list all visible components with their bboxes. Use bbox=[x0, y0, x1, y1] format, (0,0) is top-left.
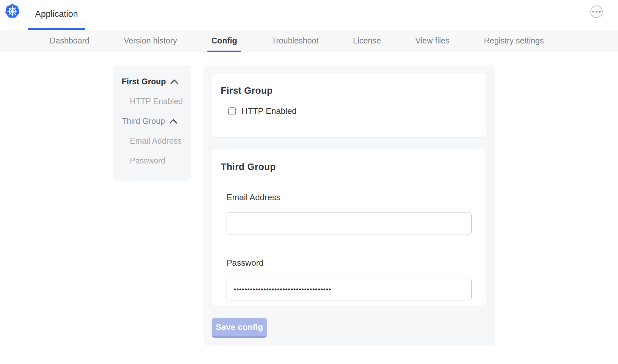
ellipsis-icon bbox=[596, 11, 598, 13]
sidebar-item-label: First Group bbox=[122, 77, 166, 86]
ellipsis-icon bbox=[592, 11, 594, 13]
sidebar-item-email-address[interactable]: Email Address bbox=[113, 131, 191, 151]
chevron-up-icon bbox=[169, 119, 177, 124]
config-group-card-third: Third Group Email Address Password bbox=[212, 149, 486, 306]
email-address-input[interactable] bbox=[227, 212, 472, 235]
config-groups-sidebar: First Group HTTP Enabled Third Group Ema… bbox=[113, 65, 191, 181]
field-label-password: Password bbox=[227, 258, 486, 268]
http-enabled-checkbox[interactable] bbox=[228, 107, 236, 115]
save-config-button[interactable]: Save config bbox=[212, 318, 267, 336]
sidebar-item-http-enabled[interactable]: HTTP Enabled bbox=[113, 91, 191, 111]
tab-troubleshoot[interactable]: Troubleshoot bbox=[267, 30, 322, 52]
config-group-card-first: First Group HTTP Enabled bbox=[212, 73, 486, 137]
overflow-menu-button[interactable] bbox=[590, 6, 603, 18]
secondary-nav: Dashboard Version history Config Trouble… bbox=[0, 30, 618, 52]
kubernetes-logo-icon bbox=[5, 4, 20, 20]
tab-dashboard[interactable]: Dashboard bbox=[46, 30, 93, 52]
sidebar-item-password[interactable]: Password bbox=[113, 151, 191, 171]
group-title: Third Group bbox=[221, 162, 486, 172]
ellipsis-icon bbox=[599, 11, 601, 13]
app-header: Application bbox=[0, 0, 618, 30]
sidebar-item-label: Password bbox=[130, 156, 166, 165]
app-tab-application[interactable]: Application bbox=[28, 0, 85, 30]
app-tab-label: Application bbox=[35, 9, 78, 19]
field-label-email-address: Email Address bbox=[227, 192, 486, 202]
password-input[interactable] bbox=[227, 278, 472, 300]
sidebar-item-label: Third Group bbox=[122, 116, 165, 126]
sidebar-item-first-group[interactable]: First Group bbox=[113, 72, 191, 91]
chevron-up-icon bbox=[170, 79, 178, 84]
sidebar-item-third-group[interactable]: Third Group bbox=[113, 111, 191, 131]
checkbox-label: HTTP Enabled bbox=[241, 106, 297, 116]
config-panel: First Group HTTP Enabled Third Group Ema… bbox=[204, 65, 495, 346]
tab-version-history[interactable]: Version history bbox=[120, 30, 181, 52]
sidebar-item-label: HTTP Enabled bbox=[130, 97, 183, 106]
http-enabled-row: HTTP Enabled bbox=[228, 106, 486, 116]
group-title: First Group bbox=[221, 85, 486, 96]
tab-registry-settings[interactable]: Registry settings bbox=[480, 30, 548, 52]
tab-license[interactable]: License bbox=[349, 30, 385, 52]
tab-view-files[interactable]: View files bbox=[412, 30, 453, 52]
tab-config[interactable]: Config bbox=[207, 30, 241, 52]
sidebar-item-label: Email Address bbox=[130, 136, 182, 146]
